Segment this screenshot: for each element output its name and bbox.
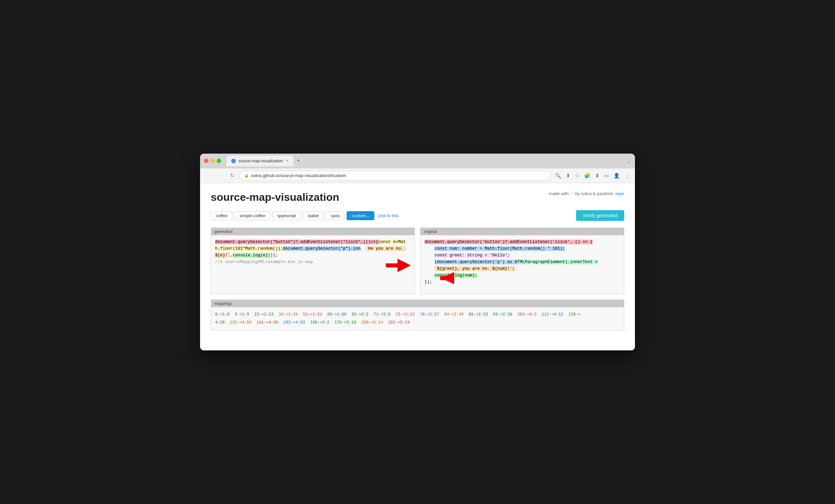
- browser-window: source-map-visualization ✕ + ⌄ ← → ↻ 🔒 s…: [200, 154, 635, 350]
- traffic-lights: [204, 159, 221, 163]
- reload-button[interactable]: ↻: [228, 171, 237, 180]
- mapping-item[interactable]: 176->5:10: [334, 320, 356, 325]
- mapping-item[interactable]: 9->1:9: [235, 312, 249, 317]
- tab-overflow-icon[interactable]: ⌄: [627, 158, 631, 164]
- reader-view-button[interactable]: ▭: [603, 172, 610, 180]
- back-button[interactable]: ←: [204, 172, 213, 180]
- close-button[interactable]: [204, 159, 208, 163]
- tab-close-icon[interactable]: ✕: [286, 159, 289, 163]
- page-title: source-map-visualization: [211, 191, 339, 203]
- mapping-item[interactable]: 103->4:3: [517, 312, 536, 317]
- generated-panel-body: document.querySelector("button")?.addEve…: [211, 235, 414, 294]
- mapping-item[interactable]: 163->4:93: [283, 320, 305, 325]
- mapping-item[interactable]: 88->2:33: [469, 312, 488, 317]
- generated-panel: generated document.querySelector("button…: [211, 227, 415, 294]
- minimize-button[interactable]: [210, 159, 215, 163]
- forward-button[interactable]: →: [216, 172, 225, 180]
- address-bar[interactable]: 🔒 sokra.github.io/source-map-visualizati…: [239, 171, 551, 181]
- browser-tab[interactable]: source-map-visualization ✕: [226, 156, 293, 166]
- url-text: sokra.github.io/source-map-visualization…: [251, 173, 546, 178]
- search-button[interactable]: 🔍: [554, 172, 563, 180]
- orig-code-line-1: document.querySelector('button')?.addEve…: [425, 239, 620, 245]
- favicon-icon: [231, 159, 236, 163]
- mapping-item[interactable]: 112->4:12: [542, 312, 563, 317]
- mappings-header: mappings: [211, 300, 624, 307]
- new-tab-button[interactable]: +: [295, 157, 302, 165]
- title-bar: source-map-visualization ✕ + ⌄: [200, 154, 635, 168]
- page-header: source-map-visualization made with ♡ by …: [211, 191, 624, 203]
- nav-bar: ← → ↻ 🔒 sokra.github.io/source-map-visua…: [200, 168, 635, 183]
- gen-code-line-2: //# sourceMappingURL=example.min.js.map: [215, 259, 410, 265]
- orig-code-line-3: const greet: string = 'Hello';: [425, 252, 620, 259]
- orig-code-line-4: (document.querySelector('p') as HTMLPara…: [425, 259, 620, 265]
- mapping-item[interactable]: 180->5:14: [361, 320, 383, 325]
- orig-code-line-6: console.log(num);: [425, 272, 620, 279]
- original-panel-header: original: [421, 228, 624, 235]
- gen-code-line-1: document.querySelector("button")?.addEve…: [215, 239, 410, 259]
- mapping-item[interactable]: 93->2:38: [493, 312, 512, 317]
- made-with: made with ♡ by sokra & paulirish. repo: [549, 191, 624, 196]
- lock-icon: 🔒: [244, 173, 249, 178]
- generated-panel-header: generated: [211, 228, 414, 235]
- mapping-item[interactable]: 34->1:34: [279, 312, 298, 317]
- mapping-item[interactable]: 182->5:14: [388, 320, 410, 325]
- mapping-item[interactable]: 51->1:51: [303, 312, 322, 317]
- bookmark-button[interactable]: ☆: [574, 172, 581, 180]
- mapping-item[interactable]: 78->2:27: [420, 312, 439, 317]
- tab-area: source-map-visualization ✕ +: [226, 156, 624, 166]
- mapping-item[interactable]: 131->4:56: [230, 320, 251, 325]
- minify-generated-button[interactable]: minify generated: [576, 210, 624, 221]
- mapping-item[interactable]: 73->2:22: [395, 312, 415, 317]
- orig-code-line-2: const num: number = Math.floor(Math.rand…: [425, 245, 620, 252]
- tab-buttons-row: coffee simple-coffee typescript babel sa…: [211, 210, 624, 221]
- mapping-item[interactable]: 168->5:2: [310, 320, 329, 325]
- tab-typescript[interactable]: typescript: [272, 211, 301, 220]
- orig-code-line-5: `${greet}, you are no. ${num}!`;: [425, 265, 620, 272]
- original-panel-body: document.querySelector('button')?.addEve…: [421, 235, 624, 294]
- mapping-item[interactable]: 23->1:23: [254, 312, 274, 317]
- tab-simple-coffee[interactable]: simple-coffee: [235, 211, 270, 220]
- orig-code-line-7: });: [425, 279, 620, 285]
- mappings-body: 0->1:0 9->1:9 23->1:23 34->1:34 51->1:51…: [211, 307, 624, 330]
- mapping-item[interactable]: 0->1:0: [215, 312, 229, 317]
- profile-button[interactable]: 👤: [612, 172, 621, 180]
- mapping-item[interactable]: 65->2:2: [352, 312, 368, 317]
- mapping-item[interactable]: 84->2:49: [444, 312, 464, 317]
- made-with-text: made with ♡ by sokra & paulirish.: [549, 191, 614, 196]
- download-button[interactable]: ⬇: [594, 172, 601, 180]
- mapping-item[interactable]: 71->2:8: [374, 312, 390, 317]
- maximize-button[interactable]: [217, 159, 221, 163]
- tab-custom[interactable]: custom...: [347, 211, 374, 220]
- original-panel: original document.querySelector('button'…: [420, 227, 624, 294]
- tab-sass[interactable]: sass: [326, 211, 345, 220]
- mapping-item[interactable]: 141->4:68: [257, 320, 278, 325]
- mapping-item[interactable]: 60->1:60: [327, 312, 347, 317]
- tab-coffee[interactable]: coffee: [211, 211, 232, 220]
- nav-actions: 🔍 ⬆ ☆ 🧩 ⬇ ▭ 👤 ⋮: [554, 172, 631, 180]
- mappings-section: mappings 0->1:0 9->1:9 23->1:23 34->1:34…: [211, 300, 624, 330]
- menu-button[interactable]: ⋮: [623, 172, 631, 180]
- tab-babel[interactable]: babel: [303, 211, 324, 220]
- page-content: source-map-visualization made with ♡ by …: [200, 183, 635, 350]
- repo-link[interactable]: repo: [615, 191, 624, 196]
- extensions-button[interactable]: 🧩: [583, 172, 592, 180]
- tab-title: source-map-visualization: [239, 159, 283, 163]
- link-to-this[interactable]: Link to this: [378, 213, 399, 218]
- panels-wrapper: generated document.querySelector("button…: [211, 227, 624, 294]
- share-button[interactable]: ⬆: [565, 172, 572, 180]
